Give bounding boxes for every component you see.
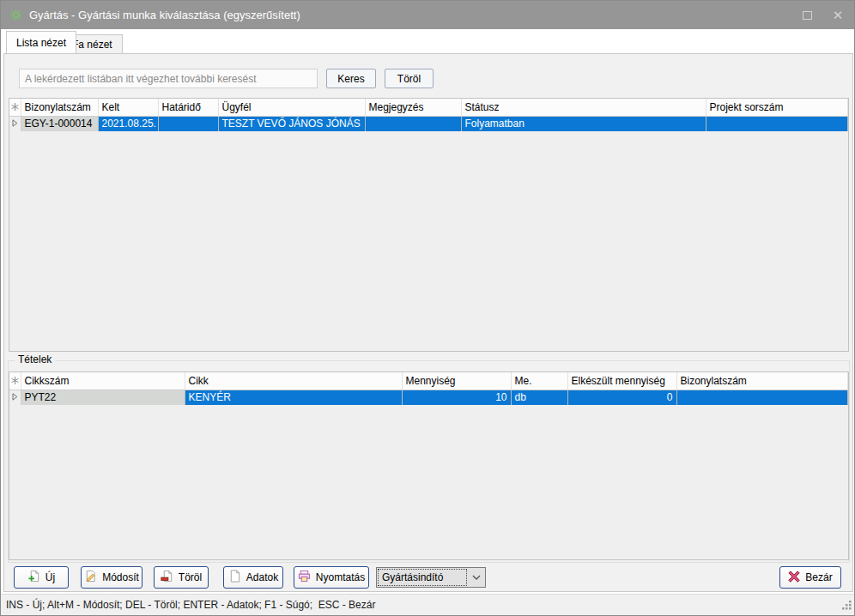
shortcut-hints: INS - Új; Alt+M - Módosít; DEL - Töröl; … [6,599,375,611]
maximize-button[interactable] [797,6,816,25]
cell-bizonylatszam[interactable]: EGY-1-000014 [21,116,98,131]
print-template-select[interactable]: Gyártásindító [376,567,486,588]
cell-me[interactable]: db [511,390,567,405]
items-group-title: Tételek [15,353,55,365]
list-view-page: Keres Töröl Bizonylatszám Kelt Határidő … [3,53,853,592]
close-button[interactable]: Bezár [779,566,841,589]
cell-ugyfel[interactable]: TESZT VEVŐ JÁNOS JÓNÁS [218,116,365,131]
row-indicator-icon [9,390,21,405]
col-bizonylatszam[interactable]: Bizonylatszám [21,99,98,116]
red-x-icon [788,571,800,585]
header-indicator-icon [9,99,21,116]
tab-lista-nezet[interactable]: Lista nézet [6,31,76,53]
tab-fa-nezet-label: Fa nézet [72,39,112,51]
delete-button[interactable]: Töröl [154,566,209,589]
app-window: Gyártás - Gyártási munka kiválasztása (e… [0,0,855,616]
print-button[interactable]: Nyomtatás [294,566,369,589]
app-icon [9,9,22,21]
title-bar: Gyártás - Gyártási munka kiválasztása (e… [1,1,854,29]
cell-cikk[interactable]: KENYÉR [185,390,402,405]
modify-button[interactable]: Módosít [81,566,142,589]
delete-button-label: Töröl [179,571,202,583]
col-cikkszam[interactable]: Cikkszám [21,372,185,390]
orders-row-selected[interactable]: EGY-1-000014 2021.08.25. TESZT VEVŐ JÁNO… [9,116,848,131]
status-bar: INS - Új; Alt+M - Módosít; DEL - Töröl; … [1,594,854,615]
cell-megjegyzes[interactable] [365,116,461,131]
col-projekt-sorszam[interactable]: Projekt sorszám [706,99,848,116]
document-plus-icon [27,570,40,585]
header-indicator-icon [9,372,21,390]
print-button-label: Nyomtatás [316,571,365,583]
col-hatarido[interactable]: Határidő [158,99,218,116]
col-me[interactable]: Me. [511,372,567,390]
items-grid: Cikkszám Cikk Mennyiség Me. Elkészült me… [9,371,849,560]
cell-kelt[interactable]: 2021.08.25. [98,116,158,131]
cell-cikkszam[interactable]: PYT22 [21,390,185,405]
resize-grip[interactable] [841,600,852,613]
items-header-row: Cikkszám Cikk Mennyiség Me. Elkészült me… [9,372,848,390]
col-mennyiseg[interactable]: Mennyiség [402,372,511,390]
maximize-icon [803,11,812,20]
cell-item-bizonylatszam[interactable] [676,390,848,405]
clear-search-button[interactable]: Töröl [385,69,434,88]
cell-mennyiseg[interactable]: 10 [402,390,511,405]
document-pencil-icon [84,570,97,585]
window-title: Gyártás - Gyártási munka kiválasztása (e… [29,9,300,21]
new-button[interactable]: Új [14,566,69,589]
col-ugyfel[interactable]: Ügyfél [218,99,365,116]
items-row-selected[interactable]: PYT22 KENYÉR 10 db 0 [9,390,848,405]
col-item-bizonylatszam[interactable]: Bizonylatszám [676,372,848,390]
col-megjegyzes[interactable]: Megjegyzés [365,99,461,116]
document-icon [228,570,241,585]
col-cikk[interactable]: Cikk [185,372,402,390]
action-button-row: Új Módosít [4,566,852,589]
close-window-button[interactable]: ✕ [828,6,847,25]
cell-projekt-sorszam[interactable] [706,116,848,131]
tab-lista-nezet-label: Lista nézet [16,37,66,49]
print-template-value: Gyártásindító [379,570,466,585]
chevron-down-icon [468,568,485,587]
modify-button-label: Módosít [102,571,139,583]
cell-statusz[interactable]: Folyamatban [461,116,706,131]
col-kelt[interactable]: Kelt [98,99,158,116]
col-statusz[interactable]: Státusz [461,99,706,116]
row-indicator-icon [9,116,21,131]
document-minus-icon [161,570,173,585]
tab-strip: Lista nézet Fa nézet [1,29,854,53]
orders-grid: Bizonylatszám Kelt Határidő Ügyfél Megje… [9,98,849,352]
cell-hatarido[interactable] [158,116,218,131]
printer-icon [298,570,311,585]
details-button-label: Adatok [246,571,278,583]
cell-elkeszult-mennyiseg[interactable]: 0 [567,390,676,405]
col-elkeszult-mennyiseg[interactable]: Elkészült mennyiség [567,372,676,390]
details-button[interactable]: Adatok [223,566,283,589]
close-window-icon: ✕ [833,9,844,21]
close-button-label: Bezár [805,571,832,583]
search-input[interactable] [19,69,318,88]
new-button-label: Új [45,571,55,583]
search-button[interactable]: Keres [326,69,376,88]
orders-header-row: Bizonylatszám Kelt Határidő Ügyfél Megje… [9,99,848,116]
